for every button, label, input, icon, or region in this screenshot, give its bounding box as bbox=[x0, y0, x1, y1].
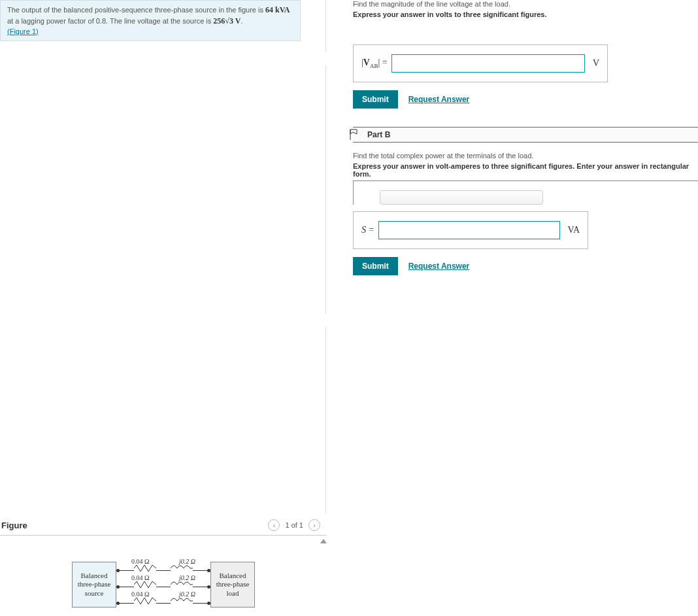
wire-segment bbox=[156, 587, 171, 587]
wire-labels-1: 0.04 Ω j0.2 Ω bbox=[116, 558, 210, 565]
wire-segment bbox=[120, 603, 134, 604]
flag-icon[interactable] bbox=[349, 129, 358, 141]
figure-title: Figure bbox=[1, 521, 27, 530]
part-a-submit-button[interactable]: Submit bbox=[353, 90, 398, 109]
part-b-input[interactable] bbox=[378, 221, 560, 239]
wire-labels-2: 0.04 Ω j0.2 Ω bbox=[116, 574, 210, 581]
part-b-request-answer-link[interactable]: Request Answer bbox=[408, 262, 470, 271]
power-value: 64 kVA bbox=[265, 5, 290, 14]
wire-segment bbox=[193, 587, 207, 587]
figure-pager: ‹ 1 of 1 › bbox=[268, 519, 320, 531]
part-b-unit: VA bbox=[564, 225, 580, 235]
wire-segment bbox=[156, 603, 171, 604]
voltage-value: 256√3 V bbox=[213, 16, 241, 26]
wire-segment bbox=[120, 570, 134, 571]
resistor-icon bbox=[134, 567, 156, 573]
node-dot bbox=[207, 602, 210, 605]
questions-column: Find the magnitude of the line voltage a… bbox=[353, 0, 698, 275]
inductor-icon bbox=[171, 567, 193, 573]
intro-text-2: at a lagging power factor of 0.8. The li… bbox=[7, 17, 213, 25]
part-b-submit-row: Submit Request Answer bbox=[353, 257, 698, 275]
transmission-lines: 0.04 Ω j0.2 Ω 0.04 Ω j0.2 Ω bbox=[116, 562, 210, 607]
figure-panel: Figure ‹ 1 of 1 › Balanced three-phase s… bbox=[0, 519, 327, 562]
load-line-1: Balanced bbox=[220, 572, 246, 580]
part-a-instruction-1: Find the magnitude of the line voltage a… bbox=[353, 0, 698, 8]
wire-segment bbox=[156, 570, 171, 571]
problem-statement: The output of the balanced positive-sequ… bbox=[0, 0, 301, 41]
src-line-2: three-phase bbox=[78, 580, 111, 589]
inductor-icon bbox=[171, 583, 193, 590]
part-b-instruction-1: Find the total complex power at the term… bbox=[353, 152, 698, 160]
src-line-3: source bbox=[85, 589, 104, 598]
vertical-divider-2 bbox=[325, 65, 326, 314]
intro-text-3: . bbox=[241, 17, 242, 25]
wire-row-3: 0.04 Ω j0.2 Ω bbox=[116, 600, 210, 606]
part-a-section: Find the magnitude of the line voltage a… bbox=[353, 0, 698, 109]
pager-prev-button[interactable]: ‹ bbox=[268, 519, 280, 531]
wire-segment bbox=[193, 603, 207, 604]
part-a-submit-row: Submit Request Answer bbox=[353, 90, 698, 109]
part-a-unit: V bbox=[589, 58, 599, 69]
part-a-request-answer-link[interactable]: Request Answer bbox=[408, 95, 470, 104]
vertical-divider-3 bbox=[325, 327, 326, 513]
part-b-title: Part B bbox=[359, 130, 390, 139]
load-box: Balanced three-phase load bbox=[210, 562, 255, 607]
part-a-variable-label: |VAB| = bbox=[361, 58, 388, 69]
node-dot bbox=[207, 569, 210, 572]
pager-next-button[interactable]: › bbox=[308, 519, 320, 531]
scroll-up-icon[interactable] bbox=[320, 539, 327, 543]
wire-segment bbox=[193, 570, 207, 571]
vertical-divider-1 bbox=[325, 0, 326, 52]
node-dot bbox=[207, 585, 210, 589]
load-line-3: load bbox=[227, 589, 239, 598]
src-line-1: Balanced bbox=[81, 572, 108, 580]
part-b-section: Part B Find the total complex power at t… bbox=[353, 127, 698, 275]
figure-header-row: Figure ‹ 1 of 1 › bbox=[0, 519, 327, 536]
intro-text-1: The output of the balanced positive-sequ… bbox=[7, 6, 265, 14]
wire-row-1: 0.04 Ω j0.2 Ω bbox=[116, 567, 210, 573]
wire-row-2: 0.04 Ω j0.2 Ω bbox=[116, 583, 210, 590]
part-a-instruction-2: Express your answer in volts to three si… bbox=[353, 10, 698, 18]
load-line-2: three-phase bbox=[216, 580, 250, 589]
source-box: Balanced three-phase source bbox=[72, 562, 116, 607]
toolbar-fragment bbox=[380, 190, 543, 205]
resistor-icon bbox=[134, 600, 156, 606]
pager-text: 1 of 1 bbox=[285, 521, 303, 529]
wire-segment bbox=[120, 587, 134, 587]
part-b-variable-label: S = bbox=[361, 225, 374, 235]
part-b-instruction-2: Express your answer in volt-amperes to t… bbox=[353, 162, 698, 178]
part-a-input[interactable] bbox=[391, 54, 585, 73]
figure-link[interactable]: (Figure 1) bbox=[7, 27, 39, 35]
resistor-icon bbox=[134, 583, 156, 590]
part-b-submit-button[interactable]: Submit bbox=[353, 257, 398, 275]
part-b-header: Part B bbox=[353, 127, 698, 143]
part-b-answer-box: S = VA bbox=[353, 211, 588, 249]
inductor-icon bbox=[171, 600, 193, 606]
wire-labels-3: 0.04 Ω j0.2 Ω bbox=[116, 590, 210, 598]
part-a-answer-box: |VAB| = V bbox=[353, 44, 608, 82]
part-b-toolbar-wrap bbox=[353, 180, 698, 205]
